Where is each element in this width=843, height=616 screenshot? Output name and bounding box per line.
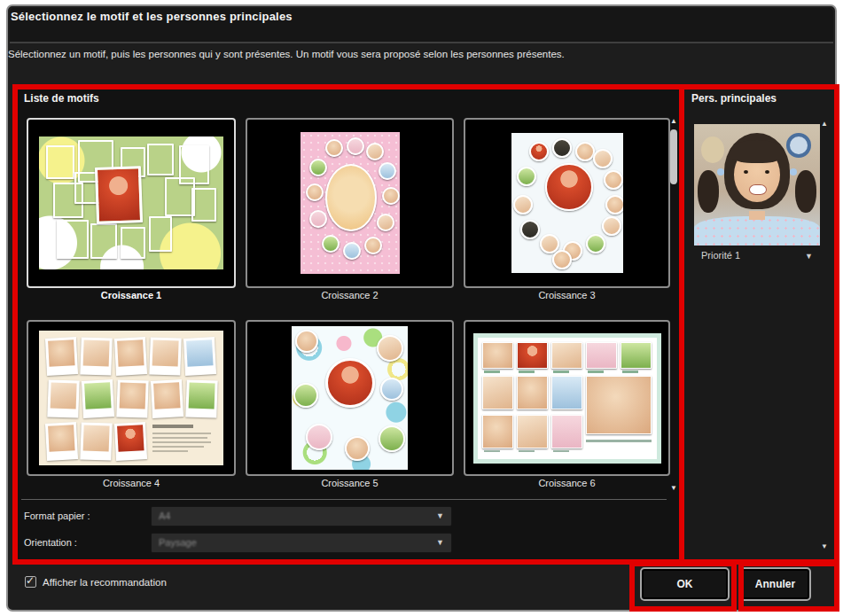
photo-decor (116, 379, 148, 417)
photo-decor (366, 143, 384, 160)
photo-decor (183, 337, 216, 376)
decor (786, 133, 811, 158)
theme-thumbnail (301, 132, 400, 274)
theme-item[interactable] (246, 118, 454, 288)
decor (586, 440, 652, 442)
decor (744, 170, 748, 174)
photo-decor (551, 415, 582, 448)
photo-decor (90, 223, 117, 259)
photo-decor (325, 358, 375, 408)
decor (553, 450, 569, 452)
photo-decor (551, 342, 582, 369)
decor (701, 136, 724, 163)
photo-decor (586, 234, 605, 253)
photo-decor (602, 216, 621, 236)
photo-decor (48, 425, 74, 451)
photo-decor (295, 330, 318, 353)
photo-decor (517, 167, 536, 186)
photo-decor (325, 164, 377, 231)
photo-decor (529, 142, 549, 161)
decor (152, 450, 188, 452)
photo-decor (121, 227, 145, 259)
paper-format-label: Format papier : (24, 511, 90, 521)
photo-decor (621, 342, 652, 369)
theme-list-heading: Liste de motifs (24, 92, 99, 105)
photo-decor (593, 149, 613, 168)
chevron-down-icon: ▼ (436, 512, 444, 520)
photo-decor (114, 422, 147, 461)
photo-decor (380, 378, 403, 401)
photo-decor (152, 340, 179, 367)
scrollbar-thumb[interactable] (670, 129, 677, 184)
hair-decor (698, 170, 719, 213)
decor (717, 168, 724, 175)
photo-decor (552, 138, 572, 158)
decor (553, 370, 569, 373)
priority-dropdown[interactable]: Priorité 1 ▼ (694, 246, 820, 268)
dialog-subtitle: Sélectionnez un motif, puis les personne… (8, 49, 815, 59)
theme-item[interactable] (246, 320, 454, 476)
photo-decor (149, 337, 181, 375)
photo-decor (45, 422, 78, 461)
decor (790, 168, 797, 175)
ok-button[interactable]: OK (640, 567, 730, 601)
scroll-up-icon[interactable]: ▲ (668, 118, 679, 125)
photo-decor (151, 379, 183, 418)
photo-decor (586, 342, 617, 369)
theme-item[interactable] (27, 320, 236, 476)
photo-decor (149, 216, 172, 252)
photo-decor (117, 425, 144, 451)
paper-format-dropdown[interactable]: A4 ▼ (151, 506, 452, 526)
photo-decor (51, 383, 77, 409)
photo-decor (189, 383, 215, 409)
decor (519, 370, 535, 373)
photo-decor (343, 242, 361, 260)
photo-decor (382, 187, 400, 205)
decor (152, 446, 204, 448)
photo-decor (586, 376, 652, 434)
people-scroll-up-icon[interactable]: ▲ (819, 121, 830, 128)
show-recommendation-label: Afficher la recommandation (43, 577, 167, 588)
theme-item[interactable] (464, 118, 670, 288)
people-heading: Pers. principales (691, 92, 777, 105)
theme-item-label: Croissance 5 (246, 478, 454, 488)
photo-decor (517, 376, 548, 409)
photo-decor (604, 170, 623, 190)
cancel-button[interactable]: Annuler (739, 567, 811, 601)
photo-decor (185, 379, 217, 417)
photo-decor (48, 339, 74, 366)
photo-decor (551, 376, 582, 409)
photo-decor (513, 195, 533, 214)
photo-decor (520, 220, 540, 239)
scroll-down-icon[interactable]: ▼ (668, 485, 679, 492)
photo-decor (605, 195, 623, 214)
photo-decor (517, 415, 548, 448)
photo-decor (325, 139, 343, 157)
decor (765, 170, 769, 174)
photo-decor (482, 415, 513, 448)
theme-item[interactable] (464, 320, 670, 476)
theme-list-scrollbar[interactable]: ▲ ▼ (668, 118, 679, 494)
decor (588, 370, 604, 373)
main-person-item[interactable]: Priorité 1 ▼ (694, 124, 820, 268)
photo-decor (147, 144, 174, 175)
photo-decor (57, 220, 89, 259)
check-icon: ✓ (26, 574, 35, 587)
photo-decor (482, 376, 513, 409)
photo-decor (95, 166, 143, 224)
photo-decor (309, 210, 327, 228)
photo-decor (309, 159, 327, 176)
orientation-value: Paysage (159, 537, 197, 548)
text-block-decor (152, 425, 216, 458)
theme-item[interactable] (27, 118, 236, 288)
photo-decor (306, 183, 324, 201)
person-photo (694, 124, 820, 246)
decor (152, 441, 211, 443)
orientation-dropdown[interactable]: Paysage ▼ (151, 533, 452, 553)
decor (622, 370, 638, 373)
show-recommendation-checkbox[interactable]: ✓ (25, 576, 36, 588)
photo-decor (379, 425, 405, 452)
people-scroll-down-icon[interactable]: ▼ (819, 543, 830, 550)
decor (519, 450, 535, 452)
theme-thumbnail (292, 326, 408, 470)
